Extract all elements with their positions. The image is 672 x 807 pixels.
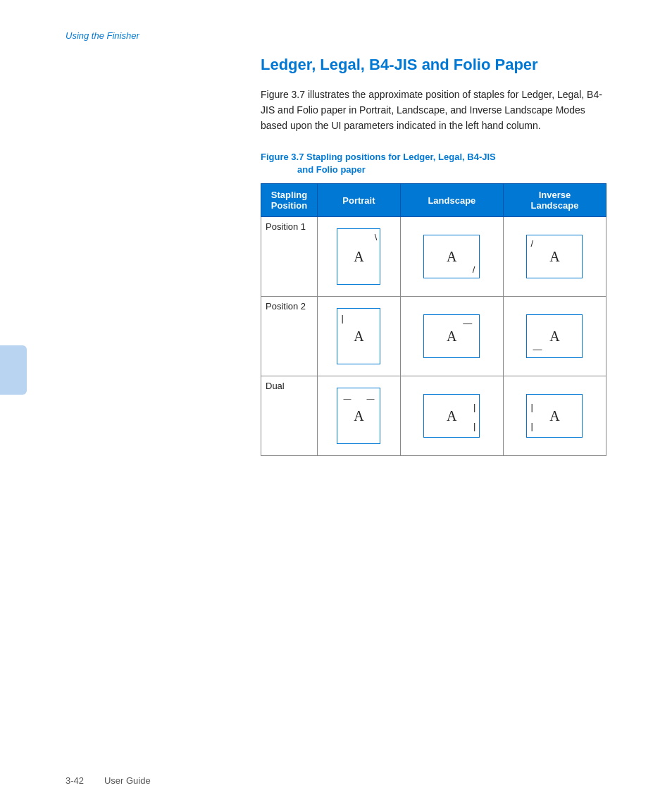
paper-letter: A (549, 408, 559, 424)
staple-mark: \ (375, 232, 378, 242)
row-label-dual: Dual (261, 376, 318, 456)
paper-letter: A (354, 249, 363, 265)
col-header-inverse: InverseLandscape (503, 184, 606, 217)
cell-landscape-pos1: A / (400, 217, 503, 297)
paper-letter: A (354, 328, 363, 345)
cell-portrait-dual: — — A (318, 376, 401, 456)
staple-mark-bot: | (530, 421, 533, 431)
staple-mark-left: — (343, 394, 351, 402)
cell-landscape-dual: A | | (400, 376, 503, 456)
cell-inverse-dual: | | A (503, 376, 606, 456)
staple-mark: — (533, 344, 542, 355)
page-number: 3-42 (66, 775, 84, 786)
paper-inverse-pos2: A — (526, 314, 583, 358)
paper-inverse-dual: | | A (526, 394, 583, 438)
staple-mark-top: | (530, 402, 533, 412)
paper-letter: A (549, 328, 559, 345)
table-row: Position 1 \ A A / (261, 217, 606, 297)
paper-portrait-pos1: \ A (337, 228, 380, 285)
paper-letter: A (447, 408, 456, 424)
cell-portrait-pos1: \ A (318, 217, 401, 297)
cell-inverse-pos2: A — (503, 297, 606, 376)
col-header-portrait: Portrait (318, 184, 401, 217)
figure-caption: Figure 3.7 Stapling positions for Ledger… (261, 151, 606, 176)
row-label-pos2: Position 2 (261, 297, 318, 376)
row-label-pos1: Position 1 (261, 217, 318, 297)
staple-mark-right: — (366, 394, 374, 402)
cell-portrait-pos2: | A (318, 297, 401, 376)
paper-letter: A (549, 249, 559, 265)
paper-landscape-dual: A | | (423, 394, 480, 438)
page-header: Using the Finisher (0, 0, 672, 41)
staple-mark-top: | (473, 402, 475, 412)
description: Figure 3.7 illustrates the approximate p… (261, 87, 606, 134)
page-footer: 3-42 User Guide (66, 775, 151, 786)
cell-inverse-pos1: / A (503, 217, 606, 297)
paper-portrait-dual: — — A (337, 388, 380, 444)
breadcrumb[interactable]: Using the Finisher (66, 30, 139, 41)
table-row: Dual — — A A (261, 376, 606, 456)
paper-letter: A (447, 249, 456, 265)
paper-letter: A (354, 408, 363, 424)
main-content: Ledger, Legal, B4-JIS and Folio Paper Fi… (0, 41, 672, 484)
table-row: Position 2 | A A — (261, 297, 606, 376)
paper-landscape-pos1: A / (423, 235, 480, 278)
staple-mark-bot: | (473, 421, 475, 431)
paper-inverse-pos1: / A (526, 235, 583, 278)
footer-label: User Guide (104, 775, 151, 786)
col-header-landscape: Landscape (400, 184, 503, 217)
page-title: Ledger, Legal, B4-JIS and Folio Paper (261, 55, 606, 75)
paper-landscape-pos2: A — (423, 314, 480, 358)
col-header-stapling: StaplingPosition (261, 184, 318, 217)
paper-portrait-pos2: | A (337, 308, 380, 364)
figure-caption-line1: Figure 3.7 Stapling positions for Ledger… (261, 152, 496, 162)
staple-mark: / (530, 238, 533, 249)
figure-caption-line2: and Folio paper (261, 164, 366, 175)
cell-landscape-pos2: A — (400, 297, 503, 376)
staple-mark: / (473, 264, 475, 275)
staple-mark: — (463, 318, 472, 328)
paper-letter: A (447, 328, 456, 345)
side-tab (0, 345, 27, 395)
stapling-table: StaplingPosition Portrait Landscape Inve… (261, 183, 606, 456)
staple-mark: | (341, 313, 343, 324)
